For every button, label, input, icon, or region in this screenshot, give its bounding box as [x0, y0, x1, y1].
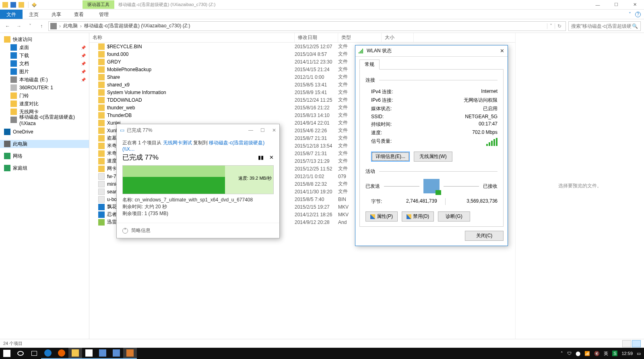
- nav-desktop[interactable]: 桌面📌: [0, 43, 89, 51]
- expand-ribbon-icon[interactable]: ˅: [629, 12, 631, 17]
- tray-clock[interactable]: 12:59: [621, 351, 633, 356]
- copy-maximize-button[interactable]: ☐: [260, 127, 265, 133]
- window-title-path: 移动磁盘-c(迅雷超级硬盘) (\\Xiazaibao_c730) (Z:): [118, 2, 215, 8]
- nav-network[interactable]: 网络: [0, 152, 89, 160]
- separator: [28, 2, 29, 8]
- taskview-button[interactable]: [27, 348, 41, 359]
- address-refresh[interactable]: ↻: [555, 23, 564, 29]
- ribbon-tab-file[interactable]: 文件: [0, 10, 23, 19]
- search-box[interactable]: 🔍: [568, 21, 641, 31]
- copy-pause-button[interactable]: ▮▮: [258, 154, 264, 160]
- tray-icon[interactable]: 🛡: [567, 351, 572, 356]
- breadcrumb[interactable]: › 此电脑 › 移动磁盘-c(迅雷超级硬盘) (\\Xiazaibao_c730…: [48, 21, 566, 31]
- tray-network-icon[interactable]: 📶: [584, 351, 590, 356]
- column-type[interactable]: 类型: [338, 33, 382, 42]
- signal-quality-label: 信号质量:: [371, 138, 392, 146]
- nav-homegroup[interactable]: 家庭组: [0, 164, 89, 172]
- nav-doorbell[interactable]: 门铃: [0, 92, 89, 100]
- properties-button[interactable]: 属性(P): [365, 211, 398, 222]
- wlan-tab-general[interactable]: 常规: [359, 59, 380, 70]
- nav-forward-button[interactable]: →: [14, 22, 23, 31]
- column-size[interactable]: 大小: [382, 33, 414, 42]
- quick-access-toolbar: [0, 2, 38, 8]
- file-icon: [98, 211, 105, 218]
- chevron-down-icon[interactable]: [32, 2, 36, 7]
- file-icon: [98, 219, 105, 226]
- help-icon[interactable]: ?: [635, 12, 641, 17]
- close-button[interactable]: 关闭(C): [465, 231, 504, 241]
- taskbar-search[interactable]: [14, 348, 27, 359]
- tray-chevron-up-icon[interactable]: ˄: [561, 351, 563, 356]
- qat-item-icon[interactable]: [10, 2, 16, 8]
- maximize-button[interactable]: ☐: [607, 0, 625, 10]
- file-icon: [98, 51, 105, 57]
- file-icon: [98, 135, 105, 142]
- nav-documents[interactable]: 文档📌: [0, 59, 89, 68]
- breadcrumb-location[interactable]: 移动磁盘-c(迅雷超级硬盘) (\\Xiazaibao_c730) (Z:): [83, 23, 192, 29]
- file-icon: [98, 189, 105, 195]
- nav-back-button[interactable]: ←: [3, 22, 12, 31]
- nav-quick-access[interactable]: 快速访问: [0, 35, 89, 43]
- ribbon-tab-view[interactable]: 查看: [68, 10, 90, 19]
- nav-router[interactable]: 360ROUTER: 1: [0, 84, 89, 92]
- ribbon-tab-manage[interactable]: 管理: [93, 10, 115, 19]
- nav-this-pc[interactable]: 此电脑: [0, 140, 89, 148]
- file-icon: [98, 120, 105, 126]
- nav-recent-button[interactable]: ˅: [26, 22, 35, 31]
- minimize-button[interactable]: —: [588, 0, 607, 10]
- wlan-titlebar[interactable]: WLAN 状态 ✕: [355, 45, 508, 57]
- taskbar-firefox[interactable]: [55, 348, 68, 359]
- qat-item-icon[interactable]: [19, 2, 24, 8]
- ribbon-tab-home[interactable]: 主页: [23, 10, 45, 19]
- ribbon-tab-share[interactable]: 共享: [45, 10, 68, 19]
- disable-button[interactable]: 禁用(D): [402, 211, 434, 222]
- taskbar-store[interactable]: [82, 348, 96, 359]
- wlan-close-button[interactable]: ✕: [500, 48, 504, 54]
- tray-icon[interactable]: ⬤: [576, 351, 580, 356]
- tray-ime-icon[interactable]: 英: [604, 351, 608, 357]
- close-button[interactable]: ✕: [625, 0, 644, 10]
- column-date[interactable]: 修改日期: [295, 33, 338, 42]
- copy-minimize-button[interactable]: —: [248, 127, 253, 133]
- copy-brief-toggle[interactable]: ˄ 简略信息: [117, 223, 279, 238]
- details-button[interactable]: 详细信息(E)...: [371, 152, 410, 162]
- taskbar-explorer[interactable]: [68, 348, 82, 359]
- column-name[interactable]: 名称: [89, 33, 295, 42]
- file-name: found.000: [107, 51, 128, 57]
- taskbar-edge[interactable]: [41, 348, 55, 359]
- chevron-right-icon[interactable]: ›: [79, 23, 83, 29]
- nav-local-e[interactable]: 本地磁盘 (E:)📌: [0, 76, 89, 84]
- search-input[interactable]: [571, 23, 632, 29]
- copy-from-link[interactable]: 无线网卡测试: [163, 140, 192, 146]
- file-date: 2015/8/7 21:31: [295, 135, 338, 141]
- file-date: 2012/1/1 0:02: [295, 174, 338, 179]
- nav-pictures[interactable]: 图片📌: [0, 68, 89, 76]
- address-dropdown[interactable]: ˅: [547, 23, 555, 29]
- nav-onedrive[interactable]: OneDrive: [0, 128, 89, 136]
- tray-notifications-icon[interactable]: ▭: [637, 351, 641, 356]
- nav-downloads[interactable]: 下载📌: [0, 51, 89, 59]
- file-name: $RECYCLE.BIN: [107, 44, 142, 49]
- nav-up-button[interactable]: ↑: [37, 22, 46, 31]
- copy-cancel-button[interactable]: ✕: [269, 154, 274, 160]
- tray-icon[interactable]: S: [612, 351, 617, 356]
- copy-dialog-titlebar[interactable]: ▭ 已完成 77% — ☐ ✕: [117, 124, 279, 136]
- taskbar-app[interactable]: [109, 348, 123, 359]
- file-name: MobilePhoneBackup: [107, 67, 151, 72]
- folder-icon: [10, 92, 17, 99]
- wireless-properties-button[interactable]: 无线属性(W): [414, 152, 452, 162]
- file-date: 2014/9/12 20:28: [295, 220, 338, 225]
- chevron-right-icon[interactable]: ›: [58, 23, 62, 29]
- view-details-button[interactable]: [622, 340, 631, 347]
- taskbar-app[interactable]: [123, 348, 137, 359]
- view-icons-button[interactable]: [632, 340, 641, 347]
- breadcrumb-thispc[interactable]: 此电脑: [62, 23, 79, 29]
- taskbar-app[interactable]: [96, 348, 109, 359]
- diagnose-button[interactable]: 诊断(G): [438, 211, 470, 222]
- copy-close-button[interactable]: ✕: [272, 127, 276, 133]
- tray-volume-icon[interactable]: 🔇: [594, 351, 600, 356]
- start-button[interactable]: [0, 348, 14, 359]
- file-icon: [98, 150, 105, 157]
- nav-speed[interactable]: 速度对比: [0, 100, 89, 108]
- nav-mobile-disk[interactable]: 移动磁盘-c(迅雷超级硬盘) (\\Xiaza: [0, 116, 89, 124]
